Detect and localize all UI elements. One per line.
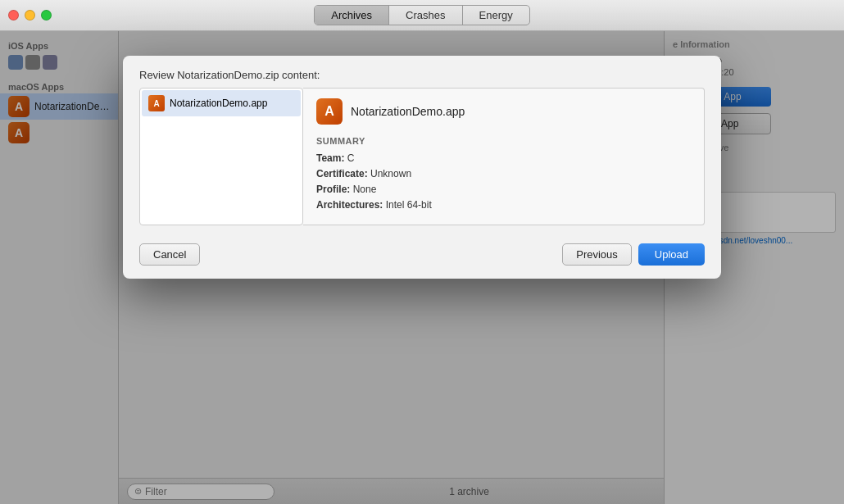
team-row: Team: C — [316, 152, 691, 164]
team-label: Team: — [316, 152, 344, 164]
titlebar: Archives Crashes Energy — [0, 0, 844, 31]
upload-button[interactable]: Upload — [638, 243, 705, 266]
tab-energy[interactable]: Energy — [463, 6, 529, 25]
tab-group: Archives Crashes Energy — [314, 5, 529, 25]
modal-overlay: Review NotarizationDemo.zip content: A N… — [0, 31, 844, 504]
profile-value: None — [353, 184, 377, 195]
profile-row: Profile: None — [316, 184, 691, 195]
architectures-value: Intel 64-bit — [386, 199, 432, 211]
previous-button[interactable]: Previous — [562, 243, 632, 266]
modal-dialog: Review NotarizationDemo.zip content: A N… — [123, 56, 721, 279]
modal-detail: A NotarizationDemo.app SUMMARY Team: C C… — [303, 88, 705, 225]
traffic-lights — [8, 10, 52, 20]
certificate-label: Certificate: — [316, 168, 368, 179]
modal-file-list: A NotarizationDemo.app — [139, 88, 303, 225]
modal-detail-header: A NotarizationDemo.app — [316, 98, 691, 125]
modal-file-item[interactable]: A NotarizationDemo.app — [142, 90, 301, 116]
cancel-button[interactable]: Cancel — [139, 243, 200, 266]
team-value: C — [347, 152, 355, 164]
file-icon: A — [148, 95, 165, 111]
tab-crashes[interactable]: Crashes — [389, 6, 462, 25]
certificate-row: Certificate: Unknown — [316, 168, 691, 179]
file-name: NotarizationDemo.app — [170, 98, 267, 109]
modal-nav-buttons: Previous Upload — [562, 243, 705, 266]
maximize-button[interactable] — [41, 10, 52, 20]
close-button[interactable] — [8, 10, 19, 20]
architectures-label: Architectures: — [316, 199, 383, 211]
summary-section: SUMMARY Team: C Certificate: Unknown Pro… — [316, 136, 691, 211]
modal-body: A NotarizationDemo.app A NotarizationDem… — [123, 88, 721, 234]
minimize-button[interactable] — [25, 10, 35, 20]
certificate-value: Unknown — [370, 168, 411, 179]
modal-header: Review NotarizationDemo.zip content: — [123, 56, 721, 88]
summary-label: SUMMARY — [316, 136, 691, 146]
detail-app-name: NotarizationDemo.app — [351, 105, 465, 118]
modal-footer: Cancel Previous Upload — [123, 234, 721, 279]
architectures-row: Architectures: Intel 64-bit — [316, 199, 691, 211]
modal-title: Review NotarizationDemo.zip content: — [139, 69, 320, 81]
detail-app-icon: A — [316, 98, 343, 125]
tab-archives[interactable]: Archives — [315, 6, 389, 25]
profile-label: Profile: — [316, 184, 350, 195]
